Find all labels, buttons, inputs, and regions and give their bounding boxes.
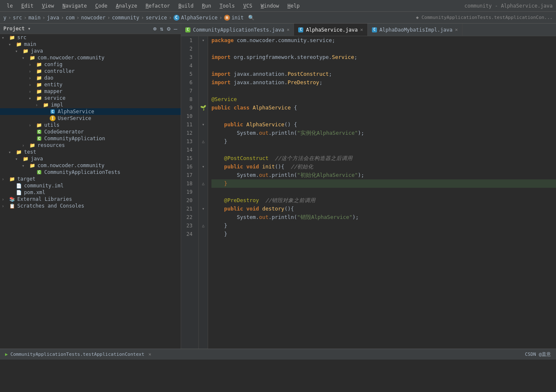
tree-item-entity[interactable]: › 📁 entity xyxy=(0,81,181,88)
tree-item-target[interactable]: › 📁 target xyxy=(0,176,181,182)
tree-item-iml[interactable]: 📄 community.iml xyxy=(0,182,181,189)
bc-nowcoder[interactable]: nowcoder xyxy=(81,15,106,21)
tree-item-scratches[interactable]: › 📋 Scratches and Consoles xyxy=(0,203,181,209)
fold-23[interactable]: △ xyxy=(199,221,208,230)
code-line-17: System.out.println("初始化AlphaService"); xyxy=(211,171,556,179)
bc-com[interactable]: com xyxy=(66,15,75,21)
bc-community[interactable]: community xyxy=(112,15,139,21)
tab-alphaservice-label: AlphaService.java xyxy=(306,27,358,33)
tree-item-src[interactable]: ▾ 📁 src xyxy=(0,34,181,41)
code-line-14 xyxy=(211,146,556,154)
sidebar-settings-icon[interactable]: ⚙ xyxy=(167,25,170,32)
fold-21[interactable]: ▾ xyxy=(199,205,208,213)
sidebar-expand-icon[interactable]: ⇅ xyxy=(160,25,163,32)
tree-item-config[interactable]: › 📁 config xyxy=(0,61,181,68)
ln-18: 18 xyxy=(181,179,195,188)
tree-item-pom[interactable]: 📄 pom.xml xyxy=(0,189,181,196)
tree-item-testcom[interactable]: ▾ 📁 com.nowcoder.community xyxy=(0,162,181,169)
menu-code[interactable]: Code xyxy=(92,2,111,10)
label-src: src xyxy=(17,35,27,40)
sidebar: Project ▾ ⊕ ⇅ ⚙ — ▾ 📁 src ▾ 📁 mai xyxy=(0,24,181,349)
label-java: java xyxy=(31,48,43,54)
fold-18[interactable]: △ xyxy=(199,179,208,188)
bc-init[interactable]: init xyxy=(232,15,244,21)
bc-alphaservice[interactable]: AlphaService xyxy=(181,15,218,21)
bc-service[interactable]: service xyxy=(146,15,167,21)
menu-window[interactable]: Window xyxy=(257,2,282,10)
bc-run-indicator: ◆ CommunityApplicationTests.testApplicat… xyxy=(416,15,553,20)
tree-item-java[interactable]: ▾ 📁 java xyxy=(0,48,181,54)
folder-impl-icon: 📁 xyxy=(42,102,50,108)
label-userservice: UserService xyxy=(58,115,91,121)
tree-item-utils[interactable]: › 📁 utils xyxy=(0,122,181,128)
menu-view[interactable]: View xyxy=(38,2,57,10)
label-controller: controller xyxy=(44,68,75,74)
status-close-icon[interactable]: ✕ xyxy=(149,352,152,357)
bc-src[interactable]: src xyxy=(13,15,22,21)
code-line-8: @Service xyxy=(211,95,556,104)
file-userservice-icon: I xyxy=(49,115,56,121)
tab-communityapplicationtests-close[interactable]: ✕ xyxy=(287,27,290,32)
tree-item-impl[interactable]: › 📁 impl xyxy=(0,101,181,108)
tree-item-main[interactable]: ▾ 📁 main xyxy=(0,41,181,48)
menu-run[interactable]: Run xyxy=(199,2,215,10)
menu-vcs[interactable]: VCS xyxy=(240,2,256,10)
fold-16[interactable]: ▾ xyxy=(199,163,208,171)
folder-test-icon: 📁 xyxy=(15,149,23,155)
tree-item-userservice[interactable]: I UserService xyxy=(0,115,181,122)
code-line-2 xyxy=(211,45,556,53)
label-entity: entity xyxy=(44,82,62,88)
status-run-icon: ▶ xyxy=(5,352,8,357)
menu-help[interactable]: Help xyxy=(284,2,303,10)
label-utils: utils xyxy=(44,122,59,128)
fold-13[interactable]: △ xyxy=(199,137,208,146)
bc-main[interactable]: main xyxy=(28,15,40,21)
code-editor[interactable]: 1 2 3 4 5 6 7 8 9 10 11 12 13 14 15 16 1 xyxy=(181,36,556,349)
tree-item-resources[interactable]: › 📁 resources xyxy=(0,142,181,149)
tree-item-extlibs[interactable]: › 📚 External Libraries xyxy=(0,196,181,203)
sidebar-hide-icon[interactable]: — xyxy=(174,25,177,32)
menu-refactor[interactable]: Refactor xyxy=(142,2,174,10)
fold-3[interactable]: ▾ xyxy=(199,36,208,45)
tree-item-controller[interactable]: › 📁 controller xyxy=(0,68,181,75)
folder-resources-icon: 📁 xyxy=(29,142,36,148)
spring-bean-icon: 🌱 xyxy=(199,104,208,112)
menu-build[interactable]: Build xyxy=(175,2,197,10)
ln-17: 17 xyxy=(181,171,195,179)
code-line-24: } xyxy=(211,230,556,238)
code-line-10 xyxy=(211,112,556,120)
label-impl: impl xyxy=(51,102,63,108)
code-line-5: import javax.annotation.PostConstruct; xyxy=(211,70,556,78)
tab-alphadaomybatisimpl-label: AlphaDaoMybatisImpl.java xyxy=(380,27,452,33)
tab-communityapplicationtests[interactable]: C CommunityApplicationTests.java ✕ xyxy=(181,24,294,36)
tabs-bar: C CommunityApplicationTests.java ✕ C Alp… xyxy=(181,24,556,36)
menu-edit[interactable]: Edit xyxy=(18,2,37,10)
tree-item-testjava[interactable]: ▾ 📁 java xyxy=(0,155,181,162)
ln-23: 23 xyxy=(181,221,195,230)
tree-item-communityapplicationtests[interactable]: C CommunityApplicationTests xyxy=(0,169,181,176)
tree-item-mapper[interactable]: › 📁 mapper xyxy=(0,88,181,95)
tab-alphaservice-close[interactable]: ✕ xyxy=(360,27,363,32)
tab-alphadaomybatisimpl[interactable]: C AlphaDaoMybatisImpl.java ✕ xyxy=(368,24,462,36)
tree-item-service[interactable]: ▾ 📁 service xyxy=(0,95,181,101)
fold-11[interactable]: ▾ xyxy=(199,120,208,129)
menu-navigate[interactable]: Navigate xyxy=(59,2,90,10)
bc-y[interactable]: y xyxy=(3,15,6,21)
sidebar-scope-icon[interactable]: ⊕ xyxy=(153,25,156,32)
folder-src-icon: 📁 xyxy=(8,35,16,40)
tree-item-codegenerator[interactable]: C CodeGenerator xyxy=(0,128,181,135)
tree-item-communityapplication[interactable]: C CommunityApplication xyxy=(0,135,181,142)
tree-item-test[interactable]: ▾ 📁 test xyxy=(0,149,181,155)
menu-tools[interactable]: Tools xyxy=(216,2,238,10)
code-line-6: import javax.annotation.PreDestroy; xyxy=(211,78,556,87)
ln-22: 22 xyxy=(181,213,195,221)
tab-alphadaomybatisimpl-close[interactable]: ✕ xyxy=(455,27,458,32)
tree-item-dao[interactable]: › 📁 dao xyxy=(0,75,181,81)
menu-analyze[interactable]: Analyze xyxy=(112,2,141,10)
menu-file[interactable]: le xyxy=(3,2,16,10)
bc-java[interactable]: java xyxy=(47,15,59,21)
tree-item-com[interactable]: ▾ 📁 com.nowcoder.community xyxy=(0,54,181,61)
bc-search-icon[interactable]: 🔍 xyxy=(248,15,254,21)
tab-alphaservice[interactable]: C AlphaService.java ✕ xyxy=(294,24,367,36)
tree-item-alphaservice[interactable]: C AlphaService xyxy=(0,108,181,115)
